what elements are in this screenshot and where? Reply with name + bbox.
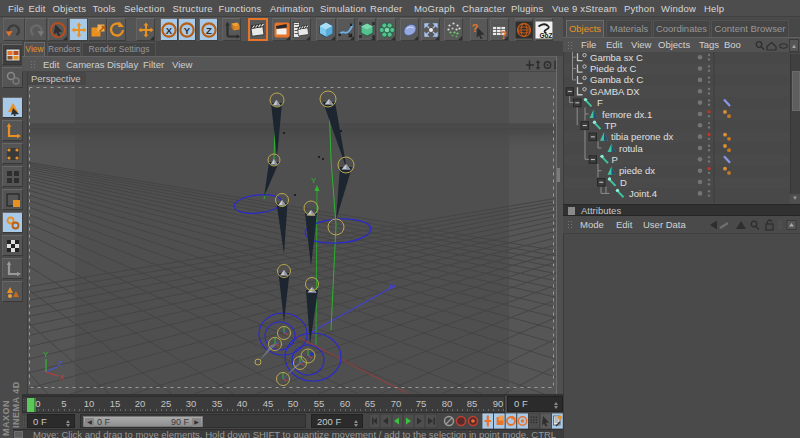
svg-text:X: X — [166, 24, 173, 35]
svg-text:D: D — [620, 177, 627, 188]
svg-text:GoZ: GoZ — [540, 31, 553, 38]
svg-text:tibia perone dx: tibia perone dx — [611, 131, 674, 142]
svg-text:MAXON: MAXON — [1, 400, 11, 436]
svg-text:Y: Y — [311, 176, 317, 185]
svg-text:P: P — [612, 154, 618, 165]
svg-text:Gamba sx C: Gamba sx C — [590, 52, 643, 63]
svg-text:rotula: rotula — [619, 143, 643, 154]
svg-text:femore dx.1: femore dx.1 — [602, 109, 652, 120]
svg-text:Z: Z — [206, 24, 212, 35]
svg-text:F: F — [597, 97, 603, 108]
svg-text:CINEMA 4D: CINEMA 4D — [11, 381, 21, 435]
svg-text:X: X — [59, 373, 65, 382]
svg-text:Y: Y — [43, 350, 49, 359]
svg-text:Z: Z — [58, 359, 63, 368]
svg-text:piede dx: piede dx — [619, 165, 655, 176]
svg-text:Joint.4: Joint.4 — [629, 188, 657, 199]
svg-text:Piede dx C: Piede dx C — [590, 63, 637, 74]
svg-text:Y: Y — [184, 24, 191, 35]
svg-text:TP: TP — [605, 120, 617, 131]
svg-text:Gamba dx C: Gamba dx C — [590, 74, 643, 85]
svg-text:Perspective: Perspective — [31, 73, 81, 84]
svg-text:GAMBA DX: GAMBA DX — [590, 86, 640, 97]
